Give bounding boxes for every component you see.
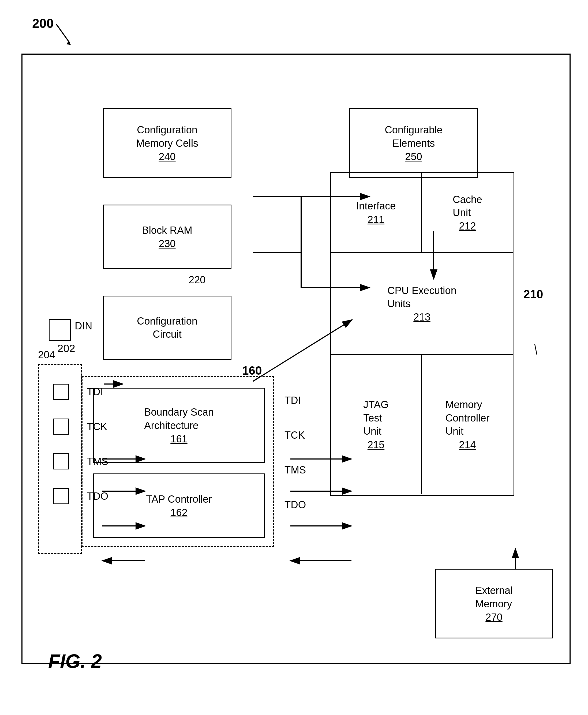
tap-ctrl-ref: 162 <box>170 507 187 518</box>
pin-tms-label-left: TMS <box>87 456 108 467</box>
signal-tms-label: TMS <box>285 464 306 476</box>
jtag-test-block: JTAGTestUnit 215 <box>331 355 422 494</box>
interface-block: Interface 211 <box>331 173 422 253</box>
cpu-exec-title: CPU ExecutionUnits <box>387 284 457 311</box>
config-memory-title: ConfigurationMemory Cells <box>136 124 198 150</box>
configurable-elements-title: ConfigurableElements <box>385 124 442 150</box>
pin-tck-label-left: TCK <box>87 421 107 432</box>
ref-160: 160 <box>242 364 262 377</box>
boundary-scan-title: Boundary ScanArchitecture <box>144 406 214 432</box>
ref-210: 210 <box>523 288 543 301</box>
cache-unit-ref: 212 <box>459 220 476 232</box>
signal-tdo-label: TDO <box>285 499 306 511</box>
config-memory-ref: 240 <box>159 151 175 162</box>
svg-line-0 <box>56 24 70 43</box>
pin-tdi-label-left: TDI <box>87 386 103 398</box>
block-ram-ref: 230 <box>159 238 175 250</box>
pin-tdo-label-left: TDO <box>87 491 108 502</box>
tdi-pin-box <box>53 384 69 400</box>
ref-204: 204 <box>38 349 55 361</box>
configurable-elements-ref: 250 <box>405 151 422 162</box>
jtag-test-ref: 215 <box>368 439 384 451</box>
svg-line-28 <box>535 344 537 354</box>
config-circuit-title: ConfigurationCircuit <box>137 315 197 341</box>
interface-title: Interface <box>356 199 396 213</box>
din-box <box>49 319 71 341</box>
external-memory-ref: 270 <box>485 612 502 623</box>
interface-ref: 211 <box>368 214 384 225</box>
main-diagram-box: ConfigurationMemory Cells 240 Configurab… <box>21 53 571 664</box>
tdo-pin-box <box>53 488 69 504</box>
mem-ctrl-title: MemoryControllerUnit <box>445 398 490 438</box>
figure-number: FIG. 2 <box>48 650 102 672</box>
boundary-scan-block: Boundary ScanArchitecture 161 <box>93 388 265 463</box>
configurable-elements-block: ConfigurableElements 250 <box>349 108 478 178</box>
tck-pin-box <box>53 418 69 435</box>
ref-200-arrow <box>27 16 75 51</box>
mem-ctrl-ref: 214 <box>459 439 476 451</box>
tap-ctrl-title: TAP Controller <box>146 493 212 506</box>
external-memory-title: ExternalMemory <box>475 584 512 611</box>
mem-ctrl-block: MemoryControllerUnit 214 <box>422 355 513 494</box>
config-memory-block: ConfigurationMemory Cells 240 <box>103 108 231 178</box>
jtag-test-title: JTAGTestUnit <box>363 398 388 438</box>
signal-tck-label: TCK <box>285 430 305 441</box>
block-ram-title: Block RAM <box>142 224 192 237</box>
cpu-complex-box: Interface 211 CacheUnit 212 CPU Executio… <box>330 172 514 496</box>
boundary-scan-outer-box: Boundary ScanArchitecture 161 TAP Contro… <box>81 376 274 547</box>
cpu-exec-ref: 213 <box>413 311 430 323</box>
cache-unit-block: CacheUnit 212 <box>422 173 513 253</box>
block-ram-block: Block RAM 230 <box>103 204 231 269</box>
cache-unit-title: CacheUnit <box>453 193 482 220</box>
ref-220: 220 <box>189 274 206 286</box>
diagram: 200 <box>0 0 588 715</box>
boundary-scan-ref: 161 <box>170 433 187 445</box>
jtag-pins-outer-box <box>38 364 82 554</box>
signal-tdi-label: TDI <box>285 395 301 406</box>
ref-202: 202 <box>57 343 75 354</box>
config-circuit-block: ConfigurationCircuit <box>103 296 231 360</box>
tms-pin-box <box>53 453 69 470</box>
cpu-exec-block: CPU ExecutionUnits 213 <box>331 253 513 355</box>
external-memory-block: ExternalMemory 270 <box>435 569 553 638</box>
tap-ctrl-block: TAP Controller 162 <box>93 474 265 538</box>
din-label: DIN <box>75 320 92 332</box>
